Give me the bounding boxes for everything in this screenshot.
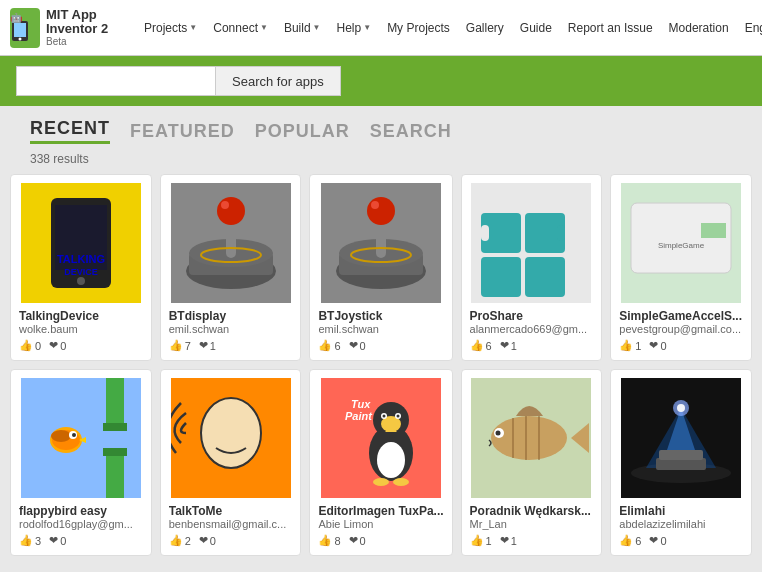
help-arrow-icon: ▼ — [363, 23, 371, 32]
app-card[interactable]: SimpleGame SimpleGameAccelS...pevestgrou… — [610, 174, 752, 361]
app-title: SimpleGameAccelS... — [619, 309, 743, 323]
like-count: 3 — [35, 535, 41, 547]
app-card[interactable]: ProSharealanmercado669@gm... 👍 6 ❤ 1 — [461, 174, 603, 361]
app-card[interactable]: TALKING DEVICE TalkingDevicewolke.baum 👍… — [10, 174, 152, 361]
logo-title: MIT App Inventor 2 — [46, 8, 130, 37]
app-likes: 👍 1 — [619, 339, 641, 352]
like-count: 8 — [334, 535, 340, 547]
app-likes: 👍 6 — [318, 339, 340, 352]
svg-point-52 — [377, 442, 405, 478]
svg-point-63 — [393, 478, 409, 486]
app-thumbnail — [171, 378, 291, 498]
svg-rect-40 — [106, 453, 124, 498]
app-thumbnail — [321, 183, 441, 303]
heart-icon: ❤ — [49, 339, 58, 352]
heart-count: 1 — [511, 340, 517, 352]
app-author: pevestgroup@gmail.co... — [619, 323, 743, 335]
svg-text:SimpleGame: SimpleGame — [658, 241, 705, 250]
app-stats: 👍 2 ❤ 0 — [169, 534, 293, 547]
app-title: ProShare — [470, 309, 594, 323]
app-title: BTdisplay — [169, 309, 293, 323]
nav-moderation[interactable]: Moderation — [663, 17, 735, 39]
heart-count: 0 — [210, 535, 216, 547]
app-title: TalkingDevice — [19, 309, 143, 323]
app-stats: 👍 8 ❤ 0 — [318, 534, 443, 547]
svg-text:Tux: Tux — [351, 398, 371, 410]
app-thumbnail — [621, 378, 741, 498]
svg-rect-36 — [701, 223, 726, 238]
app-likes: 👍 0 — [19, 339, 41, 352]
heart-icon: ❤ — [199, 339, 208, 352]
nav-report[interactable]: Report an Issue — [562, 17, 659, 39]
projects-arrow-icon: ▼ — [189, 23, 197, 32]
svg-point-71 — [496, 431, 501, 436]
app-hearts: ❤ 1 — [500, 339, 517, 352]
tab-featured[interactable]: FEATURED — [130, 121, 235, 142]
app-author: benbensmail@gmail.c... — [169, 518, 293, 530]
like-count: 6 — [486, 340, 492, 352]
app-hearts: ❤ 1 — [500, 534, 517, 547]
nav-items: Projects ▼ Connect ▼ Build ▼ Help ▼ My P… — [138, 17, 762, 39]
heart-count: 0 — [360, 340, 366, 352]
search-bar: Search for apps — [0, 56, 762, 106]
heart-count: 0 — [360, 535, 366, 547]
app-card[interactable]: BTdisplayemil.schwan 👍 7 ❤ 1 — [160, 174, 302, 361]
app-card[interactable]: flappybird easyrodolfod16gplay@gm... 👍 3… — [10, 369, 152, 556]
logo-beta: Beta — [46, 36, 130, 47]
app-likes: 👍 7 — [169, 339, 191, 352]
svg-point-65 — [491, 416, 567, 460]
app-author: Abie Limon — [318, 518, 443, 530]
thumbs-up-icon: 👍 — [619, 339, 633, 352]
app-card[interactable]: Tux Paint EditorImagen TuxPa...Abie Limo… — [309, 369, 452, 556]
tab-search[interactable]: SEARCH — [370, 121, 452, 142]
app-stats: 👍 3 ❤ 0 — [19, 534, 143, 547]
like-count: 0 — [35, 340, 41, 352]
app-card[interactable]: Poradnik Wędkarsk...Mr_Lan 👍 1 ❤ 1 — [461, 369, 603, 556]
app-likes: 👍 6 — [470, 339, 492, 352]
svg-point-79 — [677, 404, 685, 412]
nav-build[interactable]: Build ▼ — [278, 17, 327, 39]
heart-count: 0 — [60, 535, 66, 547]
svg-rect-39 — [103, 423, 127, 431]
nav-my-projects[interactable]: My Projects — [381, 17, 456, 39]
svg-point-24 — [371, 201, 379, 209]
heart-icon: ❤ — [199, 534, 208, 547]
heart-count: 0 — [60, 340, 66, 352]
tab-recent[interactable]: RECENT — [30, 118, 110, 144]
app-hearts: ❤ 0 — [649, 339, 666, 352]
app-stats: 👍 6 ❤ 0 — [318, 339, 443, 352]
search-input[interactable] — [16, 66, 216, 96]
app-stats: 👍 1 ❤ 1 — [470, 534, 594, 547]
app-title: flappybird easy — [19, 504, 143, 518]
app-hearts: ❤ 0 — [49, 339, 66, 352]
nav-gallery[interactable]: Gallery — [460, 17, 510, 39]
svg-rect-28 — [481, 225, 489, 241]
app-hearts: ❤ 0 — [49, 534, 66, 547]
app-thumbnail: TALKING DEVICE — [21, 183, 141, 303]
tab-popular[interactable]: POPULAR — [255, 121, 350, 142]
logo-area: 🤖 MIT App Inventor 2 Beta — [10, 8, 130, 48]
app-grid: TALKING DEVICE TalkingDevicewolke.baum 👍… — [0, 174, 762, 566]
app-card[interactable]: TalkToMebenbensmail@gmail.c... 👍 2 ❤ 0 — [160, 369, 302, 556]
like-count: 1 — [635, 340, 641, 352]
heart-count: 0 — [660, 535, 666, 547]
app-stats: 👍 6 ❤ 0 — [619, 534, 743, 547]
thumbs-up-icon: 👍 — [19, 339, 33, 352]
heart-icon: ❤ — [349, 534, 358, 547]
svg-text:Paint: Paint — [345, 410, 373, 422]
nav-projects[interactable]: Projects ▼ — [138, 17, 203, 39]
svg-point-49 — [201, 398, 261, 468]
app-card[interactable]: BTJoystickemil.schwan 👍 6 ❤ 0 — [309, 174, 452, 361]
thumbs-up-icon: 👍 — [169, 534, 183, 547]
nav-connect[interactable]: Connect ▼ — [207, 17, 274, 39]
app-card[interactable]: Elimlahiabdelazizelimilahi 👍 6 ❤ 0 — [610, 369, 752, 556]
nav-guide[interactable]: Guide — [514, 17, 558, 39]
app-author: Mr_Lan — [470, 518, 594, 530]
app-title: BTJoystick — [318, 309, 443, 323]
svg-rect-77 — [659, 450, 703, 460]
thumbs-up-icon: 👍 — [169, 339, 183, 352]
search-button[interactable]: Search for apps — [216, 66, 341, 96]
nav-help[interactable]: Help ▼ — [331, 17, 378, 39]
app-likes: 👍 8 — [318, 534, 340, 547]
nav-english[interactable]: English ▼ — [739, 17, 762, 39]
